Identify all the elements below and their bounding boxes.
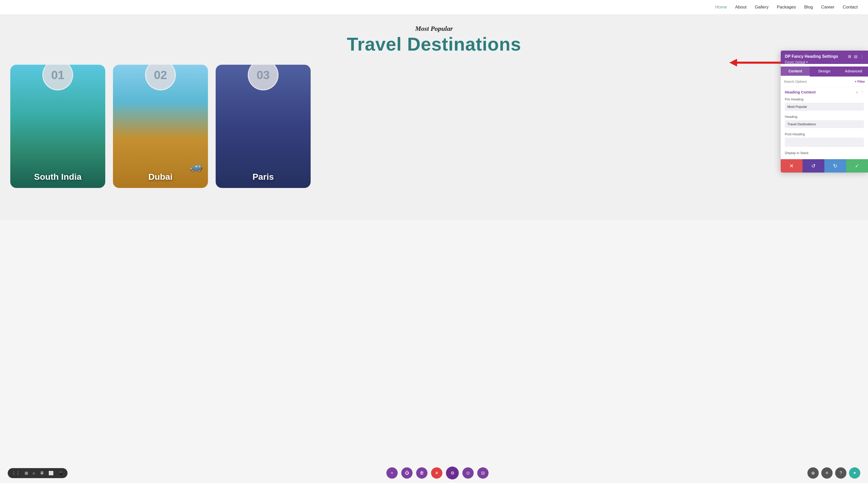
main-heading: Travel Destinations xyxy=(10,34,858,55)
save-button[interactable]: ✓ xyxy=(846,159,868,173)
post-heading-group: Post Heading xyxy=(781,131,868,150)
red-arrow xyxy=(730,56,781,69)
nav-career[interactable]: Career xyxy=(821,5,834,10)
panel-body: + Filter Heading Content ∧ ⋮ Pre Heading… xyxy=(781,77,868,173)
heading-section: Most Popular Travel Destinations xyxy=(10,25,858,55)
pre-heading-input[interactable] xyxy=(785,103,864,111)
post-heading-label: Post Heading xyxy=(785,132,864,136)
search-filter-row: + Filter xyxy=(781,77,868,87)
section-title: Heading Content xyxy=(785,90,816,94)
main-content: Most Popular Travel Destinations 01 Sout… xyxy=(0,14,868,220)
post-heading-input[interactable] xyxy=(785,138,864,147)
pre-heading-label: Pre Heading xyxy=(785,97,864,101)
card-number-01: 01 xyxy=(42,65,73,90)
panel-header: DP Fancy Heading Settings ⊠ ▤ ⋮ Preset: … xyxy=(781,51,868,64)
tab-design[interactable]: Design xyxy=(810,66,839,77)
more-icon[interactable]: ⋮ xyxy=(860,54,864,59)
section-header: Heading Content ∧ ⋮ xyxy=(781,87,868,96)
cancel-button[interactable]: ✕ xyxy=(781,159,803,173)
pre-heading: Most Popular xyxy=(10,25,858,33)
panel-title-row: DP Fancy Heading Settings ⊠ ▤ ⋮ xyxy=(785,54,864,59)
nav-gallery[interactable]: Gallery xyxy=(755,5,769,10)
heading-label: Heading xyxy=(785,115,864,119)
card-dubai[interactable]: 🚙 02 Dubai xyxy=(113,65,208,188)
panel-tabs: Content Design Advanced xyxy=(781,66,868,77)
display-in-stack-row: Display in Stack xyxy=(781,150,868,159)
undo-button[interactable]: ↺ xyxy=(803,159,824,173)
columns-icon[interactable]: ▤ xyxy=(854,54,858,59)
cards-row: 01 South India 🚙 02 Dubai 03 Paris xyxy=(10,65,858,188)
card-number-03: 03 xyxy=(248,65,279,90)
svg-marker-1 xyxy=(730,59,737,66)
settings-panel: DP Fancy Heading Settings ⊠ ▤ ⋮ Preset: … xyxy=(781,51,868,173)
nav-home[interactable]: Home xyxy=(715,5,727,10)
card-south-india[interactable]: 01 South India xyxy=(10,65,105,188)
tab-advanced[interactable]: Advanced xyxy=(839,66,868,77)
nav-links: Home About Gallery Packages Blog Career … xyxy=(715,5,858,10)
card-label-paris: Paris xyxy=(216,172,311,182)
section-more-button[interactable]: ⋮ xyxy=(860,90,864,94)
nav-contact[interactable]: Contact xyxy=(843,5,858,10)
nav-packages[interactable]: Packages xyxy=(777,5,796,10)
tab-content[interactable]: Content xyxy=(781,66,810,77)
pre-heading-group: Pre Heading xyxy=(781,96,868,114)
card-paris[interactable]: 03 Paris xyxy=(216,65,311,188)
card-label-dubai: Dubai xyxy=(113,172,208,182)
panel-buttons: ✕ ↺ ↻ ✓ xyxy=(781,159,868,173)
panel-preset[interactable]: Preset: Default ▾ xyxy=(785,60,864,64)
nav-about[interactable]: About xyxy=(735,5,746,10)
panel-title: DP Fancy Heading Settings xyxy=(785,54,838,59)
heading-group: Heading xyxy=(781,114,868,131)
card-label-south-india: South India xyxy=(10,172,105,182)
navbar: Home About Gallery Packages Blog Career … xyxy=(0,0,868,14)
redo-button[interactable]: ↻ xyxy=(824,159,846,173)
filter-button[interactable]: + Filter xyxy=(855,80,865,84)
nav-blog[interactable]: Blog xyxy=(804,5,813,10)
search-input[interactable] xyxy=(784,80,852,84)
heading-input[interactable] xyxy=(785,120,864,128)
collapse-button[interactable]: ∧ xyxy=(856,90,858,94)
card-number-02: 02 xyxy=(145,65,176,90)
section-actions: ∧ ⋮ xyxy=(856,90,864,94)
panel-title-icons: ⊠ ▤ ⋮ xyxy=(848,54,864,59)
display-in-stack-label: Display in Stack xyxy=(785,151,808,155)
fullscreen-icon[interactable]: ⊠ xyxy=(848,54,851,59)
